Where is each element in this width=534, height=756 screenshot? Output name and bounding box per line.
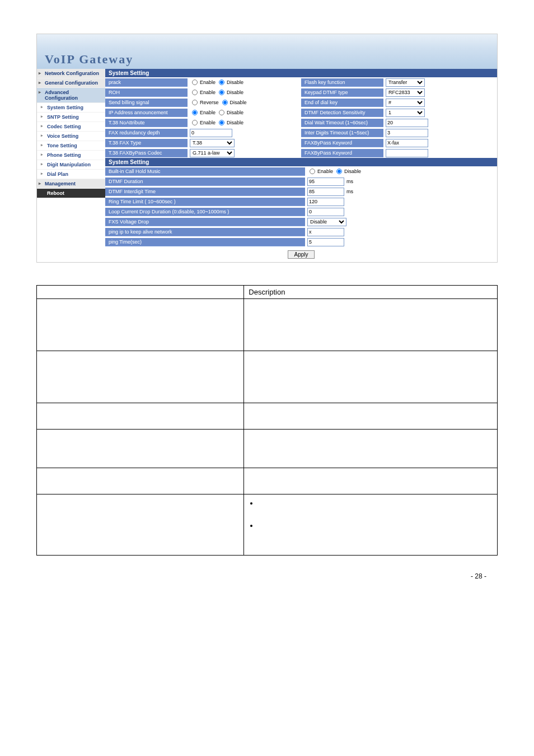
setting-label: ROH	[105, 88, 188, 97]
table-row: FAX redundancy depthSpecifies the FAX Re…	[37, 494, 498, 556]
radio-enable[interactable]	[192, 90, 198, 95]
table-header-field: Field	[37, 286, 244, 299]
apply-button[interactable]: Apply	[288, 250, 314, 259]
setting-label: Inter Digits Timeout (1~5sec)	[301, 129, 383, 137]
radio-enable[interactable]	[192, 120, 198, 125]
sidebar-item-dial-plan[interactable]: Dial Plan	[37, 170, 105, 179]
text-input[interactable]	[307, 178, 344, 186]
text-input[interactable]	[307, 188, 344, 196]
sidebar-item-voice-setting[interactable]: Voice Setting	[37, 132, 105, 141]
radio-label: Disable	[227, 90, 243, 95]
setting-label: ping Time(sec)	[105, 238, 305, 246]
setting-label: Built-in Call Hold Music	[105, 167, 305, 176]
setting-value: Transfer	[383, 78, 497, 87]
sidebar-item-reboot[interactable]: Reboot	[37, 189, 105, 198]
sidebar-item-codec-setting[interactable]: Codec Setting	[37, 122, 105, 132]
setting-label: prack	[105, 78, 188, 87]
field-description-table: Field Description PrackEnable/Disable th…	[36, 285, 498, 556]
setting-value	[305, 197, 497, 207]
radio-enable[interactable]	[192, 110, 198, 115]
sidebar-item-general-configuration[interactable]: General Configuration	[37, 78, 105, 88]
sidebar-item-tone-setting[interactable]: Tone Setting	[37, 141, 105, 151]
sidebar-item-network-configuration[interactable]: Network Configuration	[37, 69, 105, 78]
sidebar-item-advanced-configuration[interactable]: Advanced Configuration	[37, 88, 105, 103]
sidebar-item-management[interactable]: Management	[37, 179, 105, 189]
text-input[interactable]	[386, 119, 428, 127]
select-input[interactable]: T.38	[190, 139, 235, 147]
radio-disable[interactable]	[219, 110, 224, 115]
text-input[interactable]	[190, 129, 232, 137]
radio-reverse[interactable]	[192, 100, 198, 105]
select-input[interactable]: Transfer	[386, 78, 425, 87]
radio-enable[interactable]	[192, 80, 198, 85]
radio-enable[interactable]	[310, 169, 315, 174]
field-name-cell: T.38 NoAttribute	[37, 468, 244, 494]
content-pane: System Setting prackEnableDisableROHEnab…	[105, 69, 497, 262]
setting-row-full-7: ping Time(sec)	[105, 237, 497, 247]
radio-label: Disable	[230, 100, 247, 105]
radio-disable[interactable]	[219, 120, 224, 125]
setting-row-right-1: Keypad DTMF typeRFC2833	[301, 87, 497, 97]
setting-value: T.38	[188, 138, 301, 148]
text-input[interactable]	[386, 139, 428, 147]
setting-label: FAX redundancy depth	[105, 129, 188, 137]
setting-label: DTMF Interdigit Time	[105, 188, 305, 196]
setting-row-full-0: Built-in Call Hold MusicEnableDisable	[105, 166, 497, 176]
text-input[interactable]	[386, 129, 428, 137]
setting-value: ms	[305, 177, 497, 186]
setting-label: Ring Time Limit ( 10~600sec )	[105, 198, 305, 206]
text-input[interactable]	[307, 208, 344, 216]
setting-row-right-7: FAXByPass Keyword	[301, 148, 497, 158]
table-header-desc: Description	[244, 286, 498, 299]
setting-row-full-5: FXS Voltage DropDisable	[105, 217, 497, 227]
setting-value: EnableDisable	[188, 89, 301, 96]
setting-row-right-0: Flash key functionTransfer	[301, 77, 497, 87]
setting-row-right-5: Inter Digits Timeout (1~5sec)	[301, 128, 497, 138]
setting-label: Send billing signal	[105, 99, 188, 107]
select-input[interactable]: Disable	[307, 218, 346, 226]
setting-value: 1	[383, 108, 497, 118]
select-input[interactable]: G.711 a-law	[190, 149, 235, 157]
app-title: VoIP Gateway	[45, 52, 133, 67]
sidebar: Network ConfigurationGeneral Configurati…	[37, 69, 105, 262]
setting-row-right-6: FAXByPass Keyword	[301, 138, 497, 148]
radio-disable[interactable]	[336, 169, 342, 174]
select-input[interactable]: RFC2833	[386, 88, 425, 97]
sidebar-item-sntp-setting[interactable]: SNTP Setting	[37, 113, 105, 122]
text-input[interactable]	[307, 198, 344, 206]
radio-label: Enable	[200, 120, 216, 125]
unit-label: ms	[346, 179, 353, 184]
text-input[interactable]	[307, 228, 344, 236]
table-row: PrackEnable/Disable the prack. If enable…	[37, 299, 498, 351]
table-row: T.38 NoAttributeEnable/Disable the T.38 …	[37, 468, 498, 494]
field-desc-cell: Specifies the FAX Redundancy depth. Redu…	[244, 494, 498, 556]
text-input[interactable]	[386, 149, 428, 157]
setting-value: #	[383, 98, 497, 108]
select-input[interactable]: 1	[386, 109, 425, 117]
setting-label: FAXByPass Keyword	[301, 139, 383, 147]
setting-row-left-2: Send billing signalReverseDisable	[105, 97, 301, 108]
setting-label: T.38 FAXByPass Codec	[105, 149, 188, 157]
radio-disable[interactable]	[219, 90, 224, 95]
setting-row-full-1: DTMF Durationms	[105, 176, 497, 186]
sidebar-item-phone-setting[interactable]: Phone Setting	[37, 151, 105, 160]
field-name-cell: IP Address announcement	[37, 430, 244, 468]
setting-value	[188, 128, 301, 138]
field-desc-cell: Enable/Disable the ROH. If enable this f…	[244, 351, 498, 403]
setting-value: EnableDisable	[188, 109, 301, 116]
screenshot-panel: VoIP Gateway Network ConfigurationGenera…	[36, 34, 498, 263]
field-name-cell: ROH	[37, 351, 244, 403]
sidebar-item-digit-manipulation[interactable]: Digit Manipulation	[37, 160, 105, 170]
radio-disable[interactable]	[222, 100, 228, 105]
radio-label: Enable	[200, 90, 216, 95]
setting-label: T.38 NoAttribute	[105, 119, 188, 127]
radio-disable[interactable]	[219, 80, 224, 85]
radio-label: Enable	[317, 169, 333, 174]
section-header-2: System Setting	[105, 158, 497, 166]
radio-label: Disable	[227, 80, 243, 85]
select-input[interactable]: #	[386, 99, 425, 107]
radio-label: Enable	[200, 80, 216, 85]
setting-value	[383, 118, 497, 128]
sidebar-item-system-setting[interactable]: System Setting	[37, 103, 105, 113]
text-input[interactable]	[307, 238, 344, 246]
